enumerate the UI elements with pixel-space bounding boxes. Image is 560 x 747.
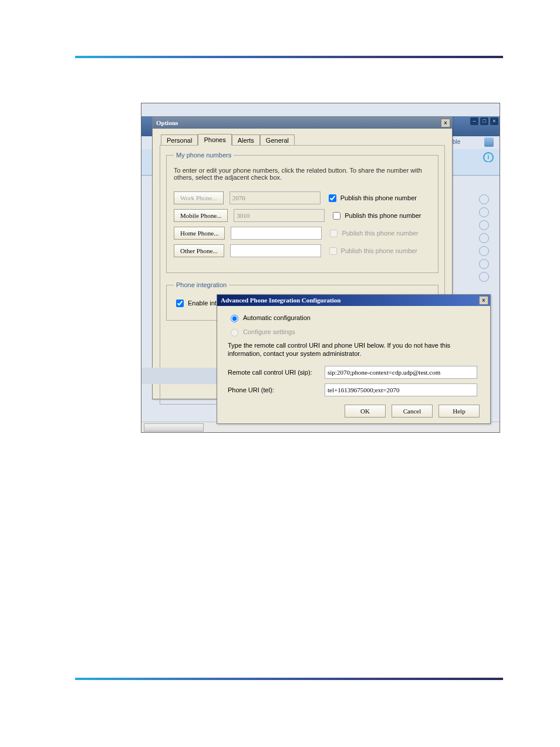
phone-uri-label: Phone URI (tel): (228, 386, 325, 393)
publish-mobile-checkbox[interactable] (333, 212, 340, 220)
publish-other-checkbox (329, 247, 337, 255)
phone-uri-row: Phone URI (tel): (228, 383, 480, 396)
info-icon[interactable]: i (483, 152, 494, 163)
my-phone-numbers-group: My phone numbers To enter or edit your p… (166, 152, 438, 273)
other-phone-input[interactable] (230, 244, 321, 257)
publish-work-checkbox[interactable] (329, 194, 336, 202)
screenshot: – □ × ilable i Options (141, 103, 500, 433)
home-phone-button[interactable]: Home Phone... (174, 227, 225, 240)
tab-general[interactable]: General (260, 134, 295, 146)
phone-row-other: Other Phone... Publish this phone number (174, 244, 431, 257)
phone-icon (479, 207, 489, 217)
radio-configure: Configure settings (228, 327, 480, 337)
tab-alerts[interactable]: Alerts (232, 134, 260, 146)
home-phone-input[interactable] (231, 227, 322, 240)
radio-configure-input (231, 329, 238, 337)
radio-automatic[interactable]: Automatic configuration (228, 313, 480, 322)
options-title: Options (156, 119, 178, 126)
integration-legend: Phone integration (174, 281, 229, 288)
phone-row-home: Home Phone... Publish this phone number (174, 227, 431, 240)
phone-icon (479, 259, 489, 269)
publish-other: Publish this phone number (327, 245, 417, 257)
tabstrip: Personal Phones Alerts General (161, 133, 452, 145)
mobile-phone-button[interactable]: Mobile Phone... (174, 209, 228, 222)
header-rule (75, 56, 503, 58)
phone-icon (479, 246, 489, 256)
phone-icon (479, 233, 489, 243)
remote-uri-input[interactable] (325, 366, 477, 379)
page-edge (141, 368, 218, 384)
other-phone-button[interactable]: Other Phone... (174, 244, 224, 257)
mobile-phone-input (234, 209, 325, 222)
close-icon[interactable]: × (479, 296, 488, 305)
phone-row-work: Work Phone... Publish this phone number (174, 191, 431, 204)
advanced-titlebar[interactable]: Advanced Phone Integration Configuration… (217, 295, 490, 306)
help-button[interactable]: Help (438, 405, 480, 418)
view-icon[interactable] (484, 137, 494, 147)
cancel-button[interactable]: Cancel (392, 405, 433, 418)
group-legend: My phone numbers (174, 152, 234, 159)
publish-home-checkbox (330, 230, 338, 237)
bg-close[interactable]: × (490, 117, 498, 125)
scrollbar-thumb[interactable] (144, 423, 204, 432)
remote-uri-row: Remote call control URI (sip): (228, 366, 480, 379)
phone-icon (479, 220, 489, 230)
work-phone-button: Work Phone... (174, 191, 224, 204)
phone-icon-stack (479, 194, 489, 282)
publish-mobile[interactable]: Publish this phone number (330, 210, 421, 221)
tab-phones[interactable]: Phones (198, 134, 231, 146)
advanced-dialog: Advanced Phone Integration Configuration… (217, 294, 491, 424)
tab-personal[interactable]: Personal (161, 134, 198, 146)
bg-minimize[interactable]: – (470, 117, 478, 125)
publish-home: Publish this phone number (328, 228, 418, 239)
phone-icon (479, 272, 489, 282)
group-desc: To enter or edit your phone numbers, cli… (174, 167, 431, 181)
remote-uri-label: Remote call control URI (sip): (228, 369, 325, 376)
advanced-title: Advanced Phone Integration Configuration (221, 297, 340, 304)
phone-uri-input[interactable] (325, 383, 477, 396)
radio-automatic-input[interactable] (231, 315, 238, 322)
enable-integration-checkbox[interactable] (176, 300, 184, 307)
footer-rule (75, 678, 503, 680)
options-titlebar[interactable]: Options × (153, 117, 452, 129)
phone-row-mobile: Mobile Phone... Publish this phone numbe… (174, 209, 431, 222)
publish-work[interactable]: Publish this phone number (326, 193, 417, 204)
close-icon[interactable]: × (441, 119, 450, 127)
bg-maximize[interactable]: □ (480, 117, 488, 125)
work-phone-input (230, 191, 321, 204)
phone-icon (479, 194, 489, 204)
ok-button[interactable]: OK (345, 405, 386, 418)
advanced-note: Type the remote call control URI and pho… (228, 341, 480, 358)
